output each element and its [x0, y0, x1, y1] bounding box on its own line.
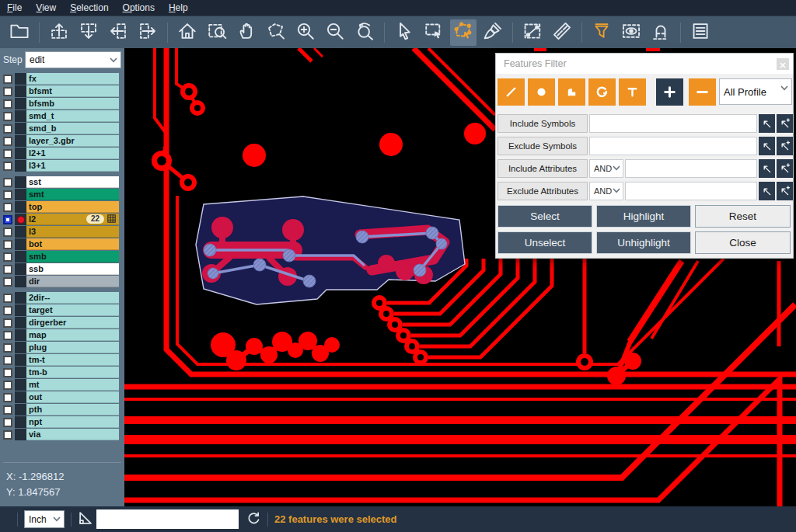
- layer-checkbox[interactable]: [3, 294, 12, 303]
- layer-cell[interactable]: smd_t: [26, 110, 119, 122]
- toolbar-button-zoom-previous[interactable]: [351, 19, 378, 46]
- remove-filter-button[interactable]: [689, 78, 716, 106]
- layer-checkbox[interactable]: [3, 149, 12, 158]
- layer-checkbox[interactable]: [3, 343, 12, 353]
- layer-checkbox[interactable]: [3, 430, 12, 440]
- layer-row-sst[interactable]: sst: [0, 176, 119, 188]
- toolbar-button-view-options[interactable]: [618, 19, 644, 46]
- layer-cell[interactable]: fx: [26, 73, 119, 85]
- layer-cell[interactable]: bot: [26, 238, 119, 250]
- layer-row-layer_3.gbr[interactable]: layer_3.gbr: [0, 135, 119, 147]
- add-filter-button[interactable]: [656, 78, 683, 106]
- toolbar-button-pointer-select[interactable]: [391, 19, 417, 46]
- toolbar-button-pan-right[interactable]: [134, 19, 161, 46]
- unselect-button[interactable]: Unselect: [498, 231, 592, 254]
- include-symbols-button[interactable]: Include Symbols: [498, 114, 588, 133]
- layer-cell[interactable]: dirgerber: [26, 317, 119, 329]
- feature-type-surface-button[interactable]: [558, 78, 585, 106]
- layer-checkbox[interactable]: [3, 331, 12, 340]
- layer-cell[interactable]: dir: [26, 276, 119, 287]
- toolbar-button-pan-left[interactable]: [105, 19, 131, 46]
- toolbar-button-ruler[interactable]: [549, 19, 575, 46]
- pick-add-from-canvas-button[interactable]: [777, 182, 793, 200]
- layer-row-l3+1[interactable]: l3+1: [0, 160, 119, 172]
- feature-type-line-button[interactable]: [498, 78, 525, 106]
- toolbar-button-pan-hand[interactable]: [233, 19, 260, 46]
- feature-type-arc-button[interactable]: [588, 78, 616, 106]
- menu-options[interactable]: Options: [116, 0, 162, 16]
- layer-checkbox[interactable]: [3, 178, 12, 187]
- layer-row-ssb[interactable]: ssb: [0, 263, 119, 275]
- layer-row-l3[interactable]: l3: [0, 226, 119, 238]
- reset-button[interactable]: Reset: [695, 205, 791, 228]
- layer-cell[interactable]: out: [26, 391, 119, 403]
- layer-cell[interactable]: sst: [26, 176, 119, 188]
- layer-cell[interactable]: ssb: [26, 263, 119, 275]
- layer-checkbox[interactable]: [3, 318, 12, 328]
- layer-cell[interactable]: tm-t: [26, 354, 119, 366]
- pick-add-from-canvas-button[interactable]: [777, 114, 793, 133]
- exclude-symbols-button[interactable]: Exclude Symbols: [498, 137, 588, 155]
- layer-row-smd_t[interactable]: smd_t: [0, 110, 119, 122]
- toolbar-button-zoom-polygon[interactable]: [263, 19, 289, 46]
- include-attributes-input[interactable]: [625, 159, 757, 178]
- layer-checkbox[interactable]: [3, 240, 12, 249]
- unhighlight-button[interactable]: Unhighlight: [596, 231, 691, 254]
- layer-row-fx[interactable]: fx: [0, 73, 119, 85]
- toolbar-button-pan-up[interactable]: [46, 19, 72, 46]
- layer-checkbox[interactable]: [3, 228, 12, 237]
- layer-row-via[interactable]: via: [0, 429, 119, 440]
- layer-cell[interactable]: via: [26, 429, 119, 440]
- layer-cell[interactable]: plug: [26, 342, 119, 353]
- menu-selection[interactable]: Selection: [63, 0, 115, 16]
- layer-cell[interactable]: l3+1: [26, 160, 119, 172]
- layer-checkbox[interactable]: [3, 277, 12, 287]
- profile-select[interactable]: All Profile: [719, 78, 792, 105]
- exclude-symbols-input[interactable]: [589, 137, 757, 155]
- layer-cell[interactable]: tm-b: [26, 367, 119, 378]
- layer-checkbox[interactable]: [3, 306, 12, 315]
- layer-row-smt[interactable]: smt: [0, 189, 119, 200]
- menu-view[interactable]: View: [29, 0, 63, 16]
- layer-row-npt[interactable]: npt: [0, 416, 119, 428]
- dialog-close-button[interactable]: [777, 58, 789, 70]
- layer-checkbox[interactable]: [3, 99, 12, 109]
- corner-measure-icon[interactable]: [78, 510, 93, 529]
- layer-row-tm-b[interactable]: tm-b: [0, 367, 119, 378]
- exclude-attributes-button[interactable]: Exclude Attributes: [498, 182, 588, 200]
- layer-row-pth[interactable]: pth: [0, 404, 119, 416]
- toolbar-button-pan-down[interactable]: [75, 19, 102, 46]
- feature-type-pad-button[interactable]: [528, 78, 555, 106]
- layer-checkbox[interactable]: [3, 381, 12, 390]
- toolbar-button-rectangle-select[interactable]: [421, 19, 447, 46]
- layer-row-map[interactable]: map: [0, 329, 119, 341]
- layer-row-smd_b[interactable]: smd_b: [0, 123, 119, 134]
- layer-checkbox[interactable]: [3, 87, 12, 96]
- unit-select[interactable]: Inch: [24, 510, 65, 528]
- layer-checkbox[interactable]: [3, 368, 12, 377]
- pick-add-from-canvas-button[interactable]: [777, 159, 793, 178]
- toolbar-button-zoom-area[interactable]: [204, 19, 230, 46]
- layer-row-bfsmb[interactable]: bfsmb: [0, 98, 119, 110]
- layer-checkbox[interactable]: [3, 162, 12, 171]
- feature-type-text-button[interactable]: [619, 78, 646, 106]
- menu-file[interactable]: File: [0, 0, 29, 16]
- layer-row-mt[interactable]: mt: [0, 379, 119, 391]
- layer-cell[interactable]: pth: [26, 404, 119, 416]
- layer-cell[interactable]: 2dir--: [26, 292, 119, 304]
- layer-cell[interactable]: smd_b: [26, 123, 119, 134]
- layer-cell[interactable]: bfsmt: [26, 85, 119, 97]
- layer-row-top[interactable]: top: [0, 201, 119, 213]
- operator-select[interactable]: AND: [589, 182, 623, 200]
- layer-cell[interactable]: top: [26, 201, 119, 213]
- include-symbols-input[interactable]: [589, 114, 757, 133]
- layer-cell[interactable]: mt: [26, 379, 119, 391]
- layer-row-dirgerber[interactable]: dirgerber: [0, 317, 119, 329]
- layer-cell[interactable]: npt: [26, 416, 119, 428]
- layer-checkbox[interactable]: [3, 265, 12, 274]
- refresh-icon[interactable]: [246, 510, 261, 529]
- highlight-button[interactable]: Highlight: [596, 205, 691, 228]
- layer-row-smb[interactable]: smb: [0, 251, 119, 263]
- select-button[interactable]: Select: [498, 205, 592, 228]
- pick-add-from-canvas-button[interactable]: [777, 137, 793, 155]
